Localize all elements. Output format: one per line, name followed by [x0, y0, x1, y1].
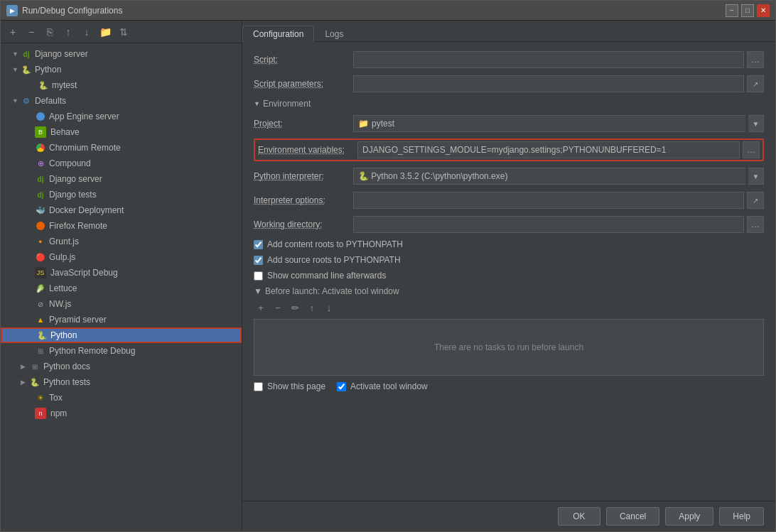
sidebar-item-lettuce[interactable]: 🥬 Lettuce: [1, 281, 242, 296]
defaults-icon: ⚙: [21, 95, 32, 107]
sidebar-item-chromium-remote[interactable]: Chromium Remote: [1, 140, 242, 156]
sidebar-item-npm[interactable]: n npm: [1, 406, 242, 421]
show-page-group: Show this page: [254, 381, 325, 391]
config-tree: ▼ dj Django server ▼ 🐍 Python 🐍 mytest: [1, 43, 242, 531]
interpreter-dropdown-button[interactable]: ▼: [748, 168, 764, 185]
script-row: Script: …: [254, 50, 764, 69]
launch-remove-button[interactable]: −: [271, 300, 285, 315]
sidebar-item-firefox[interactable]: Firefox Remote: [1, 218, 242, 234]
add-source-roots-checkbox[interactable]: [254, 256, 263, 265]
maximize-button[interactable]: □: [741, 4, 754, 17]
lettuce-icon: 🥬: [35, 283, 46, 294]
sidebar-item-python-root[interactable]: ▼ 🐍 Python: [1, 62, 242, 77]
ok-button[interactable]: OK: [558, 507, 600, 526]
sidebar-item-label: Compound: [49, 158, 91, 168]
sidebar-item-django-server[interactable]: ▼ dj Django server: [1, 46, 242, 62]
sidebar-item-label: Behave: [50, 127, 80, 137]
activate-tool-label: Activate tool window: [350, 381, 428, 391]
env-vars-browse-button[interactable]: …: [743, 141, 760, 158]
sidebar-item-compound[interactable]: ⊕ Compound: [1, 156, 242, 171]
sort-button[interactable]: ⇅: [116, 24, 131, 40]
django-icon: dj: [21, 48, 32, 60]
sidebar-item-defaults[interactable]: ▼ ⚙ Defaults: [1, 93, 242, 109]
env-vars-label: Environment variables:: [258, 145, 357, 155]
close-button[interactable]: ✕: [757, 4, 770, 17]
tab-logs[interactable]: Logs: [314, 26, 354, 42]
show-command-line-checkbox[interactable]: [254, 271, 263, 281]
env-vars-input-group: …: [357, 141, 760, 158]
interp-options-browse-button[interactable]: ↗: [747, 192, 764, 209]
python-docs-icon: ⊞: [29, 361, 41, 372]
env-vars-input[interactable]: [358, 142, 739, 158]
python-icon: 🐍: [21, 64, 32, 75]
launch-down-button[interactable]: ↓: [322, 300, 336, 315]
working-dir-input[interactable]: [353, 216, 744, 233]
cancel-button[interactable]: Cancel: [606, 507, 659, 526]
move-up-button[interactable]: ↑: [60, 24, 76, 40]
sidebar-item-label: Python Remote Debug: [49, 346, 135, 356]
before-launch-label: Before launch: Activate tool window: [265, 286, 399, 296]
env-vars-row: Environment variables: …: [254, 139, 764, 161]
working-dir-browse-button[interactable]: …: [747, 216, 764, 233]
launch-edit-button[interactable]: ✏: [288, 300, 302, 315]
script-params-row: Script parameters: ↗: [254, 75, 764, 93]
script-params-input[interactable]: [353, 75, 744, 92]
sidebar-item-tox[interactable]: ☀ Tox: [1, 390, 242, 406]
sidebar-item-behave[interactable]: B Behave: [1, 124, 242, 140]
help-button[interactable]: Help: [719, 507, 764, 526]
project-dropdown-button[interactable]: ▼: [748, 115, 764, 132]
sidebar-item-app-engine[interactable]: App Engine server: [1, 109, 242, 124]
interpreter-value: 🐍 Python 3.5.2 (C:\python\python.exe): [353, 168, 745, 185]
remove-button[interactable]: −: [23, 24, 39, 40]
config-panel: Script: … Script parameters: ↗: [242, 42, 775, 501]
copy-button[interactable]: ⎘: [42, 24, 58, 40]
interpreter-input-group: 🐍 Python 3.5.2 (C:\python\python.exe) ▼: [353, 168, 764, 185]
launch-add-button[interactable]: +: [254, 300, 268, 315]
folder-button[interactable]: 📁: [97, 24, 113, 40]
sidebar-item-label: Firefox Remote: [49, 221, 107, 231]
sidebar-item-grunt[interactable]: 🔸 Grunt.js: [1, 234, 242, 249]
sidebar-item-pyramid[interactable]: ▲ Pyramid server: [1, 312, 242, 327]
sidebar-item-python-remote[interactable]: ⊞ Python Remote Debug: [1, 343, 242, 359]
apply-button[interactable]: Apply: [665, 507, 713, 526]
gulp-icon: 🔴: [35, 251, 46, 263]
project-label: Project:: [254, 119, 353, 129]
sidebar-item-python-docs[interactable]: ▶ ⊞ Python docs: [1, 359, 242, 374]
sidebar-item-python-tests[interactable]: ▶ 🐍 Python tests: [1, 374, 242, 390]
sidebar-item-mytest[interactable]: 🐍 mytest: [1, 77, 242, 93]
tox-icon: ☀: [35, 392, 46, 403]
tab-configuration[interactable]: Configuration: [242, 26, 314, 42]
tree-arrow: ▶: [21, 363, 29, 370]
sidebar-item-python-selected[interactable]: 🐍 Python: [1, 327, 242, 343]
minimize-button[interactable]: −: [726, 4, 738, 17]
checkbox-row-1: Add content roots to PYTHONPATH: [254, 239, 764, 249]
sidebar-item-nwjs[interactable]: ⊘ NW.js: [1, 296, 242, 312]
script-input[interactable]: [353, 51, 744, 68]
sidebar-item-label: Python tests: [43, 377, 90, 387]
sidebar-item-gulp[interactable]: 🔴 Gulp.js: [1, 249, 242, 265]
launch-up-button[interactable]: ↑: [305, 300, 319, 315]
sidebar-item-docker[interactable]: 🐳 Docker Deployment: [1, 202, 242, 218]
before-launch-arrow: ▼: [254, 286, 262, 296]
sidebar-item-django-tests[interactable]: dj Django tests: [1, 187, 242, 202]
title-bar: ▶ Run/Debug Configurations − □ ✕: [1, 1, 775, 21]
launch-toolbar: + − ✏ ↑ ↓: [254, 300, 764, 315]
working-dir-input-group: …: [353, 216, 764, 233]
activate-tool-checkbox[interactable]: [337, 382, 346, 391]
script-browse-button[interactable]: …: [747, 51, 764, 68]
interp-options-input[interactable]: [353, 192, 744, 209]
sidebar-item-js-debug[interactable]: JS JavaScript Debug: [1, 265, 242, 281]
python-run-icon: 🐍: [38, 80, 49, 91]
show-page-checkbox[interactable]: [254, 382, 263, 391]
sidebar-item-label: NW.js: [49, 299, 71, 309]
interpreter-row: Python interpreter: 🐍 Python 3.5.2 (C:\p…: [254, 167, 764, 185]
add-button[interactable]: +: [5, 24, 21, 40]
add-content-roots-checkbox[interactable]: [254, 240, 263, 249]
move-down-button[interactable]: ↓: [79, 24, 95, 40]
django-tests-icon: dj: [35, 189, 46, 200]
project-input-group: 📁 pytest ▼: [353, 115, 764, 132]
env-vars-inner: [357, 141, 740, 158]
sidebar-item-django-server2[interactable]: dj Django server: [1, 171, 242, 187]
script-params-browse-button[interactable]: ↗: [747, 75, 764, 92]
sidebar-item-label: Django tests: [49, 190, 97, 200]
